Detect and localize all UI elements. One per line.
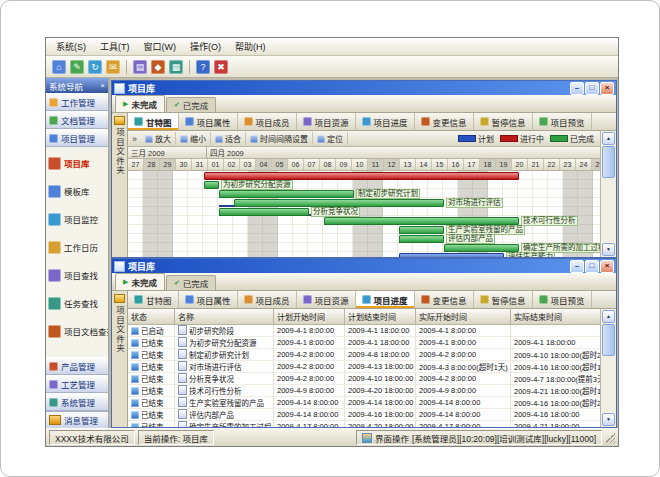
subtab[interactable]: 甘特图 — [128, 113, 179, 130]
sidebar-close-icon[interactable]: × — [100, 81, 105, 90]
subtab[interactable]: 甘特图 — [128, 291, 179, 308]
table-row[interactable]: 已结束制定初步研究计划2009-4-2 8:00:002009-4-8 18:0… — [128, 349, 600, 361]
sidebar-item[interactable]: 项目库 — [46, 149, 108, 177]
mail-icon[interactable]: ✉ — [106, 60, 120, 74]
vertical-scrollbar[interactable]: ▲ ▼ — [600, 309, 616, 427]
lock-icon[interactable]: ◆ — [151, 60, 165, 74]
scroll-down-icon[interactable]: ▼ — [602, 243, 615, 256]
sidebar-item[interactable]: 项目监控 — [46, 205, 108, 233]
gantt-bar[interactable] — [234, 199, 444, 207]
home-icon[interactable]: ⌂ — [52, 60, 66, 74]
menu-item[interactable]: 操作(O) — [184, 39, 227, 54]
subtab[interactable]: 变更信息 — [415, 291, 474, 308]
subtab[interactable]: 项目预览 — [533, 113, 592, 130]
exit-icon[interactable]: ✖ — [214, 60, 228, 74]
sidebar-tab-messages[interactable]: 消息管理 — [46, 411, 108, 428]
sidebar-group[interactable]: 项目管理 — [46, 129, 108, 147]
menu-item[interactable]: 窗口(W) — [138, 39, 183, 54]
locate-button[interactable]: 定位 — [313, 132, 348, 145]
resize-grip[interactable] — [605, 433, 615, 443]
scroll-down-icon[interactable]: ▼ — [602, 413, 615, 426]
column-header[interactable]: 计划结束时间 — [345, 309, 416, 325]
project-folder-vertical-tab[interactable]: 项目文件夹 — [112, 291, 128, 427]
gantt-bar[interactable] — [399, 226, 444, 234]
edit-icon[interactable]: ✎ — [70, 60, 84, 74]
subtab[interactable]: 项目属性 — [179, 291, 238, 308]
fit-button[interactable]: 适合 — [211, 132, 246, 145]
subtab[interactable]: 暂停信息 — [474, 113, 533, 130]
column-header[interactable]: 状态 — [128, 309, 175, 325]
refresh-icon[interactable]: ↻ — [88, 60, 102, 74]
subtab[interactable]: 项目属性 — [179, 113, 238, 130]
tab-finished[interactable]: ✔已完成 — [166, 275, 216, 290]
minimize-button[interactable]: – — [570, 260, 584, 273]
subtab[interactable]: 项目预览 — [533, 291, 592, 308]
subtab[interactable]: 项目资源 — [297, 113, 356, 130]
scroll-thumb[interactable] — [602, 146, 615, 178]
status-icon — [131, 327, 139, 335]
close-button[interactable]: × — [600, 260, 614, 273]
sidebar-item[interactable]: 项目查找 — [46, 261, 108, 289]
subtab[interactable]: 暂停信息 — [474, 291, 533, 308]
overflow-chevron-icon[interactable]: » — [130, 134, 139, 144]
report-icon[interactable]: ▤ — [133, 60, 147, 74]
menu-item[interactable]: 帮助(H) — [229, 39, 272, 54]
sidebar-group[interactable]: 文档管理 — [46, 111, 108, 129]
scroll-thumb[interactable] — [602, 324, 615, 356]
gantt-bar[interactable] — [219, 208, 309, 216]
subtab[interactable]: 项目资源 — [297, 291, 356, 308]
project-folder-vertical-tab[interactable]: 项目文件夹 — [112, 113, 128, 257]
subtab[interactable]: 项目成员 — [238, 113, 297, 130]
column-header[interactable]: 名称 — [175, 309, 274, 325]
table-row[interactable]: 已结束技术可行性分析2009-4-9 8:00:002009-4-20 18:0… — [128, 385, 600, 397]
subtab[interactable]: 项目成员 — [238, 291, 297, 308]
time-interval-button[interactable]: 时间间隔设置 — [246, 132, 313, 145]
menu-item[interactable]: 系统(S) — [50, 39, 92, 54]
tab-unfinished[interactable]: ▶未完成 — [115, 273, 165, 290]
help-icon[interactable]: ? — [196, 60, 210, 74]
gantt-bar[interactable] — [444, 244, 519, 252]
table-row[interactable]: 已结束评估内部产品2009-4-14 8:00:002009-4-16 18:0… — [128, 409, 600, 421]
vertical-scrollbar[interactable]: ▲ ▼ — [600, 131, 616, 257]
sidebar-item[interactable]: 模板库 — [46, 177, 108, 205]
menu-item[interactable]: 工具(T) — [94, 39, 136, 54]
table-row[interactable]: 已结束为初步研究分配资源2009-4-1 8:00:002009-4-1 18:… — [128, 337, 600, 349]
maximize-button[interactable]: □ — [585, 260, 599, 273]
minimize-button[interactable]: – — [570, 82, 584, 95]
sidebar-group[interactable]: 系统管理 — [46, 393, 108, 411]
sidebar-group[interactable]: 工艺管理 — [46, 375, 108, 393]
gantt-bar[interactable] — [204, 172, 519, 180]
scroll-up-icon[interactable]: ▲ — [602, 132, 615, 145]
maximize-button[interactable]: □ — [585, 82, 599, 95]
gantt-bar[interactable] — [219, 190, 354, 198]
sidebar-item[interactable]: 项目文档查找 — [46, 317, 108, 345]
tab-unfinished[interactable]: ▶未完成 — [115, 95, 165, 112]
tab-finished[interactable]: ✔已完成 — [166, 97, 216, 112]
calendar-icon[interactable]: ▦ — [169, 60, 183, 74]
zoom-out-button[interactable]: 缩小 — [176, 132, 211, 145]
zoom-in-button[interactable]: 放大 — [141, 132, 176, 145]
table-row[interactable]: 已结束分析竞争状况2009-4-2 8:00:002009-4-10 18:00… — [128, 373, 600, 385]
subtab[interactable]: 项目进度 — [356, 291, 415, 308]
gantt-bar[interactable] — [399, 253, 504, 257]
subtab[interactable]: 变更信息 — [415, 113, 474, 130]
table-row[interactable]: 已结束确定生产所需的加工过程2009-4-17 8:00:002009-4-20… — [128, 421, 600, 428]
sidebar-item[interactable]: 工作日历 — [46, 233, 108, 261]
column-header[interactable]: 实际开始时间 — [416, 309, 511, 325]
sidebar-item[interactable]: 任务查找 — [46, 289, 108, 317]
sidebar-group[interactable]: 工作管理 — [46, 93, 108, 111]
window-titlebar[interactable]: 项目库 – □ × — [112, 81, 616, 95]
sidebar-group[interactable]: 产品管理 — [46, 357, 108, 375]
column-header[interactable]: 计划开始时间 — [274, 309, 345, 325]
column-header[interactable]: 实际结束时间 — [511, 309, 601, 325]
gantt-bar[interactable] — [204, 181, 219, 189]
table-row[interactable]: 已启动初步研究阶段2009-4-1 8:00:002009-4-1 18:00:… — [128, 325, 600, 337]
table-row[interactable]: 已结束对市场进行评估2009-4-2 8:00:002009-4-13 18:0… — [128, 361, 600, 373]
gantt-bar[interactable] — [324, 217, 519, 225]
close-button[interactable]: × — [600, 82, 614, 95]
window-titlebar[interactable]: 项目库 – □ × — [112, 259, 616, 273]
subtab[interactable]: 项目进度 — [356, 113, 415, 130]
gantt-bar[interactable] — [399, 235, 444, 243]
scroll-up-icon[interactable]: ▲ — [602, 310, 615, 323]
table-row[interactable]: 已结束生产实验室残留的产品2009-4-14 8:00:002009-4-14 … — [128, 397, 600, 409]
